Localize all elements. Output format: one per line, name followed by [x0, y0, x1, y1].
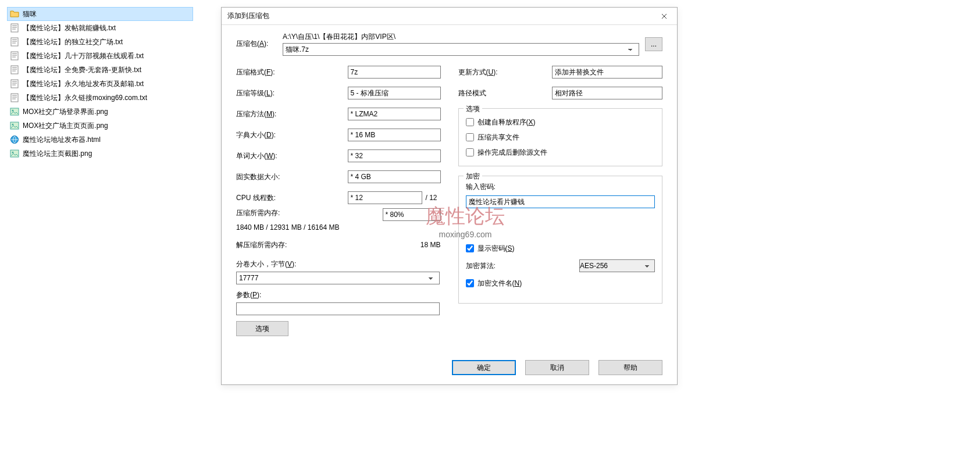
word-label: 单词大小(W): [236, 151, 348, 161]
svg-rect-12 [11, 66, 18, 74]
options-legend: 选项 [464, 104, 482, 114]
text-file-icon [10, 65, 19, 74]
text-file-icon [10, 93, 19, 102]
titlebar[interactable]: 添加到压缩包 [222, 8, 677, 25]
svg-rect-4 [11, 38, 18, 46]
file-item[interactable]: 猫咪 [7, 7, 193, 21]
file-name: 魔性论坛主页截图.png [23, 149, 92, 159]
pathmode-label: 路径模式 [458, 88, 553, 98]
encrypt-names-checkbox[interactable]: 加密文件名(N) [466, 276, 655, 291]
file-item[interactable]: 【魔性论坛】永久地址发布页及邮箱.txt [7, 77, 193, 91]
method-select[interactable]: * LZMA2 [348, 108, 441, 120]
image-file-icon [10, 149, 19, 158]
file-item[interactable]: 魔性论坛地址发布器.html [7, 133, 193, 147]
memdecomp-value: 18 MB [420, 241, 441, 249]
level-select[interactable]: 5 - 标准压缩 [348, 87, 441, 99]
update-label: 更新方式(U): [458, 67, 553, 77]
svg-rect-0 [11, 24, 18, 32]
dict-row: 字典大小(D): * 16 MB [236, 124, 441, 145]
left-column: 压缩格式(F): 7z 压缩等级(L): 5 - 标准压缩 压缩方法(M): *… [236, 62, 441, 336]
params-input[interactable] [236, 302, 440, 315]
params-label: 参数(P): [236, 290, 441, 300]
dialog-buttons: 确定 取消 帮助 [222, 352, 677, 384]
split-input[interactable] [236, 272, 440, 284]
file-item[interactable]: 【魔性论坛】几十万部视频在线观看.txt [7, 49, 193, 63]
file-name: 【魔性论坛】的独立社交广场.txt [23, 37, 123, 47]
html-file-icon [10, 135, 19, 144]
file-name: 【魔性论坛】永久地址发布页及邮箱.txt [23, 79, 144, 89]
threads-label: CPU 线程数: [236, 193, 348, 203]
threads-max: / 12 [426, 194, 441, 202]
dict-select[interactable]: * 16 MB [348, 129, 441, 141]
sfx-checkbox[interactable]: 创建自释放程序(X) [466, 115, 655, 130]
text-file-icon [10, 23, 19, 33]
threads-row: CPU 线程数: * 12 / 12 [236, 187, 441, 208]
format-label: 压缩格式(F): [236, 67, 348, 77]
file-name: 【魔性论坛】几十万部视频在线观看.txt [23, 51, 144, 61]
method-row: 压缩方法(M): * LZMA2 [236, 104, 441, 124]
text-file-icon [10, 51, 19, 60]
solid-row: 固实数据大小: * 4 GB [236, 166, 441, 187]
level-row: 压缩等级(L): 5 - 标准压缩 [236, 83, 441, 104]
file-item[interactable]: 【魔性论坛】永久链接moxing69.com.txt [7, 91, 193, 105]
shared-checkbox[interactable]: 压缩共享文件 [466, 130, 655, 145]
encryption-legend: 加密 [464, 172, 482, 181]
algo-select[interactable]: AES-256 [579, 259, 655, 272]
archive-name-input[interactable] [283, 43, 639, 56]
svg-rect-16 [11, 80, 18, 88]
threads-select[interactable]: * 12 [348, 191, 422, 204]
file-item[interactable]: 魔性论坛主页截图.png [7, 147, 193, 161]
word-select[interactable]: * 32 [348, 149, 441, 162]
file-item[interactable]: 【魔性论坛】发帖就能赚钱.txt [7, 21, 193, 35]
word-row: 单词大小(W): * 32 [236, 145, 441, 166]
memcomp-line: 1840 MB / 12931 MB / 16164 MB [236, 221, 441, 234]
memdecomp-label: 解压缩所需内存: [236, 240, 420, 250]
password-input[interactable] [466, 195, 655, 208]
encryption-group: 加密 输入密码: 显示密码(S) 加密算法: AES-256 加密文件名(N) [458, 176, 663, 304]
file-name: 【魔性论坛】发帖就能赚钱.txt [23, 23, 116, 33]
image-file-icon [10, 121, 19, 130]
browse-button[interactable]: ... [645, 37, 662, 51]
memcomp-select[interactable]: * 80% [383, 208, 441, 221]
update-row: 更新方式(U): 添加并替换文件 [458, 62, 663, 83]
dict-label: 字典大小(D): [236, 130, 348, 140]
help-button[interactable]: 帮助 [598, 360, 662, 375]
svg-rect-24 [10, 108, 19, 115]
file-item[interactable]: MOX社交广场主页页面.png [7, 119, 193, 133]
dialog-content: 压缩包(A): A:\Y\自压\1\【春田花花】内部VIP区\ ... 压缩格式… [222, 25, 677, 352]
file-name: 魔性论坛地址发布器.html [23, 135, 101, 145]
text-file-icon [10, 79, 19, 88]
archive-row: 压缩包(A): A:\Y\自压\1\【春田花花】内部VIP区\ ... [236, 32, 662, 56]
file-name: 【魔性论坛】永久链接moxing69.com.txt [23, 93, 147, 103]
solid-select[interactable]: * 4 GB [348, 170, 441, 183]
text-file-icon [10, 37, 19, 47]
svg-point-27 [12, 124, 14, 126]
level-label: 压缩等级(L): [236, 88, 348, 98]
algo-label: 加密算法: [466, 261, 518, 271]
pathmode-select[interactable]: 相对路径 [552, 87, 662, 99]
file-item[interactable]: MOX社交广场登录界面.png [7, 105, 193, 119]
delete-after-checkbox[interactable]: 操作完成后删除源文件 [466, 145, 655, 160]
file-name: 【魔性论坛】全免费-无套路-更新快.txt [23, 65, 141, 75]
cancel-button[interactable]: 取消 [525, 360, 589, 375]
memdecomp-row: 解压缩所需内存: 18 MB [236, 238, 441, 251]
show-password-checkbox[interactable]: 显示密码(S) [466, 241, 655, 256]
archive-path: A:\Y\自压\1\【春田花花】内部VIP区\ [283, 32, 639, 42]
image-file-icon [10, 107, 19, 116]
svg-rect-26 [10, 122, 19, 129]
svg-rect-20 [11, 94, 18, 102]
options-button[interactable]: 选项 [236, 321, 288, 336]
right-column: 更新方式(U): 添加并替换文件 路径模式 相对路径 选项 创建自释放程序(X)… [458, 62, 663, 336]
pathmode-row: 路径模式 相对路径 [458, 83, 663, 104]
format-select[interactable]: 7z [348, 66, 441, 79]
ok-button[interactable]: 确定 [452, 360, 516, 375]
close-icon [661, 13, 667, 19]
svg-point-30 [12, 152, 14, 154]
file-list: 猫咪 【魔性论坛】发帖就能赚钱.txt 【魔性论坛】的独立社交广场.txt 【魔… [7, 7, 193, 161]
split-label: 分卷大小，字节(V): [236, 259, 441, 269]
file-item[interactable]: 【魔性论坛】全免费-无套路-更新快.txt [7, 63, 193, 77]
file-name: 猫咪 [23, 9, 37, 19]
close-button[interactable] [651, 8, 677, 25]
update-select[interactable]: 添加并替换文件 [552, 66, 662, 79]
file-item[interactable]: 【魔性论坛】的独立社交广场.txt [7, 35, 193, 49]
